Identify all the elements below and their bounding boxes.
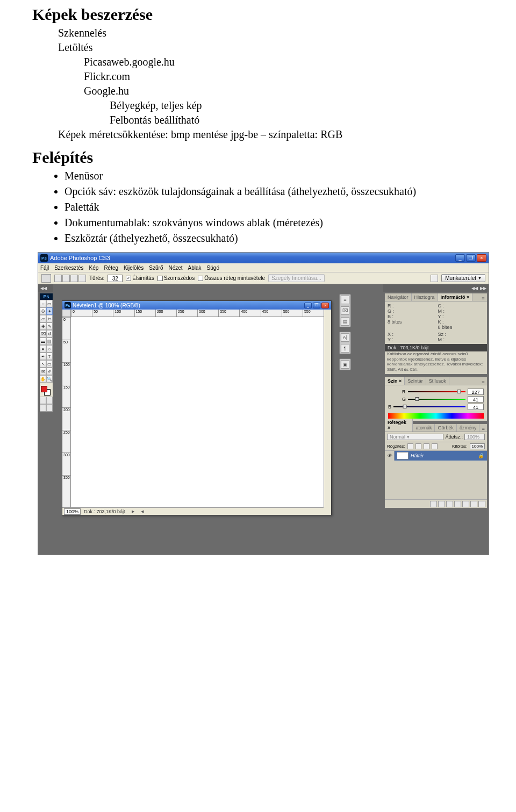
foreground-color-swatch[interactable] [41,386,47,392]
panel-menu-icon[interactable]: ≡ [479,379,487,385]
document-titlebar[interactable]: Ps Névtelen1 @ 100% (RGB/8) _ ❐ × [62,301,331,310]
g-slider[interactable] [408,397,465,402]
canvas-area[interactable] [71,317,324,507]
collapsed-panel-dock[interactable]: ≡ ⌧ ▤ A| ¶ ▣ [339,294,351,375]
sel-add-icon[interactable] [62,275,70,282]
tab-history[interactable]: őzmény [457,424,480,432]
doc-close-button[interactable]: × [321,303,329,308]
dodge-tool-icon[interactable]: ○ [46,345,53,353]
layer-list[interactable]: 👁 Háttér 🔒 [385,451,487,499]
r-slider[interactable] [408,389,466,394]
color-panel[interactable]: Szín × Színtár Stílusok ≡ R227 G41 B41 [384,377,488,421]
contiguous-checkbox[interactable] [157,276,163,281]
tab-channels[interactable]: atornák [413,424,435,432]
tab-paths[interactable]: Görbék [435,424,457,432]
minimize-button[interactable]: _ [455,254,465,262]
layers-panel[interactable]: Rétegek × atornák Görbék őzmény ≡ Normál… [384,423,488,508]
crop-tool-icon[interactable]: ▱ [40,315,46,322]
dock-strip-right[interactable]: ◀◀▶▶ [383,284,489,292]
b-slider[interactable] [393,404,465,409]
window-titlebar[interactable]: Ps Adobe Photoshop CS3 _ ❐ × [38,253,489,263]
menu-fajl[interactable]: Fájl [40,265,49,271]
path-tool-icon[interactable]: ↖ [40,360,46,368]
layer-mask-icon[interactable] [446,501,453,507]
quickmask-mode-icon[interactable] [46,397,53,404]
hand-tool-icon[interactable]: ✋ [40,375,46,383]
spectrum-ramp[interactable] [388,413,484,419]
layer-name[interactable]: Háttér [411,453,424,458]
workspace-button[interactable]: Munkaterület▼ [441,274,485,282]
shape-tool-icon[interactable]: ▭ [46,360,53,368]
menu-reteg[interactable]: Réteg [104,265,118,271]
tab-color[interactable]: Szín × [385,377,405,385]
menu-szerkesztes[interactable]: Szerkesztés [54,265,83,271]
doc-minimize-button[interactable]: _ [304,303,312,308]
panel-menu-icon[interactable]: ≡ [479,296,487,301]
visibility-eye-icon[interactable]: 👁 [385,451,395,461]
tab-layers[interactable]: Rétegek × [385,419,413,432]
selection-mode-buttons[interactable] [54,275,86,282]
brush-tool-icon[interactable]: ✎ [46,322,53,330]
antialias-checkbox[interactable]: ✓ [126,276,131,281]
paragraph-panel-icon[interactable]: ¶ [341,344,349,353]
character-panel-icon[interactable]: A| [341,333,349,342]
zoom-tool-icon[interactable]: 🔍 [46,375,53,383]
ruler-horizontal[interactable]: 0 50 100 150 200 250 300 350 400 450 500… [71,310,324,317]
menu-kep[interactable]: Kép [89,265,99,271]
lock-all-icon[interactable] [432,443,438,449]
dock-strip-left[interactable]: ◀◀ [38,284,53,292]
doc-maximize-button[interactable]: ❐ [313,303,320,308]
sel-new-icon[interactable] [54,275,62,282]
lock-position-icon[interactable] [424,443,429,449]
move-tool-icon[interactable]: ↔ [40,300,46,307]
notes-tool-icon[interactable]: ✉ [40,368,46,375]
delete-layer-icon[interactable] [478,501,485,507]
blur-tool-icon[interactable]: ● [40,345,46,353]
pen-tool-icon[interactable]: ✒ [40,353,46,360]
brush-palette-icon[interactable] [431,275,438,282]
tab-styles[interactable]: Stílusok [426,377,449,385]
eraser-tool-icon[interactable]: ▬ [40,337,46,345]
clone-panel-icon[interactable]: ⌧ [341,306,349,315]
b-value[interactable]: 41 [468,404,484,410]
lock-pixels-icon[interactable] [415,443,421,449]
adjustment-layer-icon[interactable] [454,501,461,507]
history-brush-tool-icon[interactable]: ↺ [46,330,53,337]
maximize-button[interactable]: ❐ [466,254,476,262]
opacity-field[interactable]: 100% [464,434,485,440]
toolbox[interactable]: Ps ↔▭ ʘ✦ ▱✂ ✚✎ ⌧↺ ▬▤ ●○ ✒T ↖▭ ✉✐ ✋🔍 [39,293,53,412]
lasso-tool-icon[interactable]: ʘ [40,307,46,315]
menu-kijeloles[interactable]: Kijelölés [124,265,144,271]
tab-navigator[interactable]: Navigátor [385,293,412,301]
tab-histogram[interactable]: Hisztogra [412,293,438,301]
info-panel[interactable]: Navigátor Hisztogra Információ × ≡ R : G… [384,293,488,375]
close-button[interactable]: × [477,254,486,262]
gradient-tool-icon[interactable]: ▤ [46,337,53,345]
standard-mode-icon[interactable] [40,397,46,404]
current-tool-icon[interactable] [41,274,51,283]
eyedropper-tool-icon[interactable]: ✐ [46,368,53,375]
fill-field[interactable]: 100% [470,443,485,449]
r-value[interactable]: 227 [468,389,484,395]
zoom-field[interactable]: 100% [64,508,81,515]
scroll-left-icon[interactable]: ◀ [141,509,144,514]
layer-style-icon[interactable] [438,501,445,507]
stamp-tool-icon[interactable]: ⌧ [40,330,46,337]
g-value[interactable]: 41 [468,396,484,403]
all-layers-checkbox[interactable] [198,276,203,281]
heal-tool-icon[interactable]: ✚ [40,322,46,330]
new-layer-icon[interactable] [470,501,477,507]
vertical-scrollbar[interactable] [324,310,331,507]
toolbox-header-icon[interactable]: Ps [40,293,53,300]
lock-transparency-icon[interactable] [407,443,413,449]
layer-thumb[interactable] [397,452,408,459]
screenmode-icon[interactable] [40,404,46,412]
menu-bar[interactable]: Fájl Szerkesztés Kép Réteg Kijelölés Szű… [38,263,489,272]
link-layers-icon[interactable] [430,501,437,507]
ruler-vertical[interactable]: 0 50 100 150 200 250 300 350 [62,317,71,507]
slice-tool-icon[interactable]: ✂ [46,315,53,322]
tool-presets-panel-icon[interactable]: ▤ [341,317,349,326]
menu-szuro[interactable]: Szűrő [149,265,163,271]
status-bar[interactable]: 100% Dok.: 703,1K/0 bájt ▶ ◀ [62,507,324,515]
menu-nezet[interactable]: Nézet [168,265,182,271]
